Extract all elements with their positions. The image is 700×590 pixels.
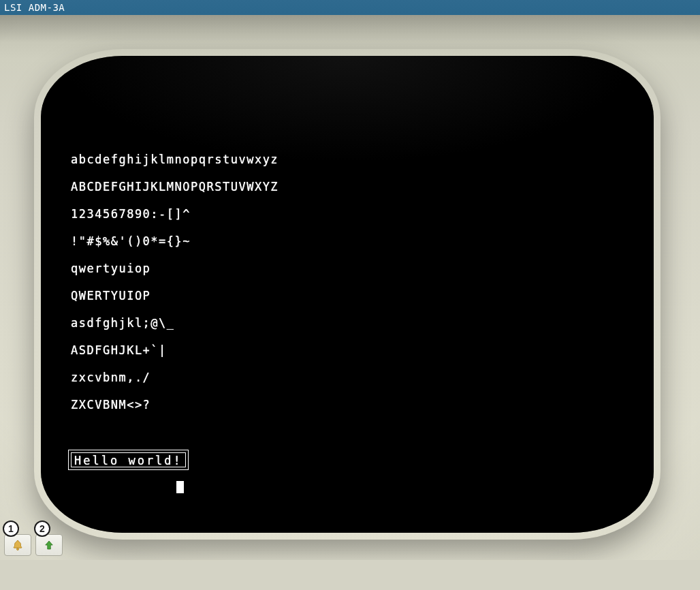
upload-button[interactable] [35, 534, 63, 556]
terminal-line: abcdefghijklmnopqrstuvwxyz [71, 153, 624, 166]
toolbar-slot-1: 1 [4, 534, 31, 556]
terminal-line: zxcvbnm,./ [71, 371, 624, 384]
terminal-line: ZXCVBNM<>? [71, 398, 624, 412]
badge-2: 2 [34, 521, 50, 537]
terminal-cursor-line [71, 480, 624, 493]
terminal-line: QWERTYUIOP [71, 289, 624, 302]
crt-wrap: abcdefghijklmnopqrstuvwxyz ABCDEFGHIJKLM… [41, 56, 654, 533]
window-title: LSI ADM-3A [4, 2, 65, 13]
terminal-box-row: Hello world! [71, 452, 624, 466]
bottom-toolbar: 1 2 [4, 534, 63, 556]
terminal-line: qwertyuiop [71, 262, 624, 275]
svg-point-0 [17, 548, 19, 550]
toolbar-slot-2: 2 [35, 534, 63, 556]
terminal-line: !"#$%&'()0*={}~ [71, 234, 624, 248]
monitor-bezel: abcdefghijklmnopqrstuvwxyz ABCDEFGHIJKLM… [0, 15, 700, 560]
bell-icon [12, 539, 24, 551]
terminal-blank-line [71, 425, 624, 439]
terminal-line: ABCDEFGHIJKLMNOPQRSTUVWXYZ [71, 180, 624, 193]
bell-button[interactable] [4, 534, 31, 556]
window-titlebar[interactable]: LSI ADM-3A [0, 0, 700, 15]
terminal-content: abcdefghijklmnopqrstuvwxyz ABCDEFGHIJKLM… [71, 139, 624, 506]
badge-1: 1 [3, 521, 19, 537]
cursor-block-icon [176, 481, 184, 493]
terminal-line: asdfghjkl;@\_ [71, 316, 624, 330]
crt-screen[interactable]: abcdefghijklmnopqrstuvwxyz ABCDEFGHIJKLM… [41, 56, 654, 533]
terminal-line: 1234567890:-[]^ [71, 207, 624, 221]
boxed-message: Hello world! [71, 452, 186, 467]
terminal-line: ASDFGHJKL+`| [71, 343, 624, 357]
arrow-up-icon [43, 539, 55, 551]
